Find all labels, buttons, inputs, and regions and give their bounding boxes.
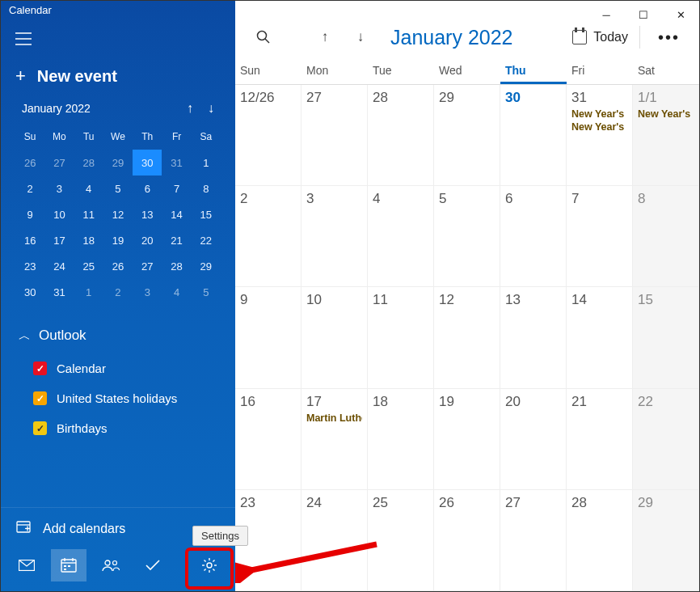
mini-day-cell[interactable]: 25 (74, 253, 103, 279)
mini-day-cell[interactable]: 21 (162, 227, 191, 253)
mini-day-cell[interactable]: 8 (192, 175, 221, 201)
mini-day-cell[interactable]: 11 (74, 201, 103, 227)
mini-day-cell[interactable]: 29 (103, 150, 133, 175)
new-event-button[interactable]: + New event (1, 57, 235, 101)
mini-day-cell[interactable]: 15 (192, 201, 221, 227)
day-cell[interactable]: 13 (500, 287, 567, 388)
mini-day-cell[interactable]: 28 (74, 150, 103, 175)
day-cell[interactable]: 24 (302, 490, 368, 591)
mini-day-cell[interactable]: 13 (133, 201, 162, 227)
day-cell[interactable]: 3 (302, 186, 368, 287)
mini-day-cell[interactable]: 4 (74, 175, 103, 201)
calendar-checkbox-item[interactable]: ✓United States holidays (1, 383, 235, 413)
day-cell[interactable]: 20 (500, 389, 567, 490)
mini-day-cell[interactable]: 31 (162, 150, 191, 175)
day-cell[interactable]: 21 (567, 389, 633, 490)
day-cell[interactable]: 29 (633, 490, 699, 591)
settings-icon[interactable] (192, 549, 227, 581)
day-cell[interactable]: 5 (434, 186, 500, 287)
day-cell[interactable]: 12 (434, 287, 500, 388)
mini-day-cell[interactable]: 16 (15, 227, 44, 253)
window-close-button[interactable]: ✕ (662, 2, 699, 27)
mini-day-cell[interactable]: 20 (133, 227, 162, 253)
mini-day-cell[interactable]: 10 (44, 201, 74, 227)
todo-icon[interactable] (135, 549, 171, 581)
day-cell[interactable]: 28 (368, 85, 434, 186)
mini-day-cell[interactable]: 5 (192, 279, 221, 305)
mini-day-cell[interactable]: 30 (15, 279, 44, 305)
day-cell[interactable]: 1/1New Year's (633, 85, 699, 186)
mini-prev-icon[interactable]: ↑ (187, 101, 193, 116)
mail-icon[interactable] (9, 549, 44, 581)
mini-day-cell[interactable]: 1 (74, 279, 103, 305)
day-cell[interactable]: 28 (567, 490, 633, 591)
day-cell[interactable]: 27 (302, 85, 368, 186)
mini-day-cell[interactable]: 1 (192, 150, 221, 175)
mini-day-cell[interactable]: 31 (44, 279, 74, 305)
account-section-toggle[interactable]: ︿ Outlook (1, 313, 235, 353)
day-cell[interactable]: 12/26 (235, 85, 302, 186)
day-cell[interactable]: 19 (434, 389, 500, 490)
calendar-checkbox-item[interactable]: ✓Birthdays (1, 413, 235, 443)
day-cell[interactable]: 2 (235, 186, 302, 287)
mini-day-cell[interactable]: 2 (15, 175, 44, 201)
mini-day-cell[interactable]: 19 (103, 227, 133, 253)
day-cell[interactable]: 4 (368, 186, 434, 287)
mini-day-cell[interactable]: 30 (133, 150, 162, 175)
mini-day-cell[interactable]: 24 (44, 253, 74, 279)
mini-day-cell[interactable]: 12 (103, 201, 133, 227)
mini-day-cell[interactable]: 26 (15, 150, 44, 175)
mini-day-cell[interactable]: 3 (133, 279, 162, 305)
day-cell[interactable]: 10 (302, 287, 368, 388)
day-cell[interactable]: 30 (500, 85, 567, 186)
day-cell[interactable]: 15 (633, 287, 699, 388)
mini-day-cell[interactable]: 18 (74, 227, 103, 253)
calendar-checkbox-item[interactable]: ✓Calendar (1, 353, 235, 383)
mini-day-cell[interactable]: 22 (192, 227, 221, 253)
event-item[interactable]: New Year's (571, 108, 627, 120)
more-options-icon[interactable]: ••• (652, 28, 686, 47)
month-title[interactable]: January 2022 (390, 26, 513, 49)
hamburger-icon[interactable] (1, 19, 235, 57)
mini-day-cell[interactable]: 7 (162, 175, 191, 201)
mini-day-cell[interactable]: 3 (44, 175, 74, 201)
event-item[interactable]: New Year's (571, 121, 627, 133)
day-cell[interactable]: 26 (434, 490, 500, 591)
day-cell[interactable]: 25 (368, 490, 434, 591)
search-icon[interactable] (251, 25, 276, 49)
mini-day-cell[interactable]: 6 (133, 175, 162, 201)
people-icon[interactable] (93, 549, 129, 581)
next-month-icon[interactable]: ↓ (348, 25, 373, 49)
day-cell[interactable]: 7 (567, 186, 633, 287)
day-cell[interactable]: 14 (567, 287, 633, 388)
today-button[interactable]: Today (559, 30, 628, 44)
mini-day-cell[interactable]: 27 (133, 253, 162, 279)
mini-day-cell[interactable]: 9 (15, 201, 44, 227)
mini-day-cell[interactable]: 17 (44, 227, 74, 253)
day-cell[interactable]: 27 (500, 490, 567, 591)
mini-day-cell[interactable]: 23 (15, 253, 44, 279)
mini-day-cell[interactable]: 14 (162, 201, 191, 227)
day-cell[interactable]: 11 (368, 287, 434, 388)
calendar-app-icon[interactable] (51, 549, 86, 581)
mini-day-cell[interactable]: 27 (44, 150, 74, 175)
day-cell[interactable]: 6 (500, 186, 567, 287)
day-cell[interactable]: 22 (633, 389, 699, 490)
day-cell[interactable]: 16 (235, 389, 302, 490)
day-cell[interactable]: 29 (434, 85, 500, 186)
prev-month-icon[interactable]: ↑ (313, 25, 337, 49)
mini-next-icon[interactable]: ↓ (208, 101, 214, 116)
mini-day-cell[interactable]: 29 (192, 253, 221, 279)
day-cell[interactable]: 9 (235, 287, 302, 388)
mini-day-cell[interactable]: 5 (103, 175, 133, 201)
mini-calendar-title[interactable]: January 2022 (22, 102, 91, 115)
mini-calendar[interactable]: SuMoTuWeThFrSa 2627282930311234567891011… (15, 124, 221, 305)
mini-day-cell[interactable]: 4 (162, 279, 191, 305)
day-cell[interactable]: 18 (368, 389, 434, 490)
mini-day-cell[interactable]: 2 (103, 279, 133, 305)
window-maximize-button[interactable]: ☐ (625, 2, 662, 27)
mini-day-cell[interactable]: 28 (162, 253, 191, 279)
day-cell[interactable]: 17Martin Luther (302, 389, 368, 490)
day-cell[interactable]: 8 (633, 186, 699, 287)
day-cell[interactable]: 31New Year'sNew Year's (567, 85, 633, 186)
